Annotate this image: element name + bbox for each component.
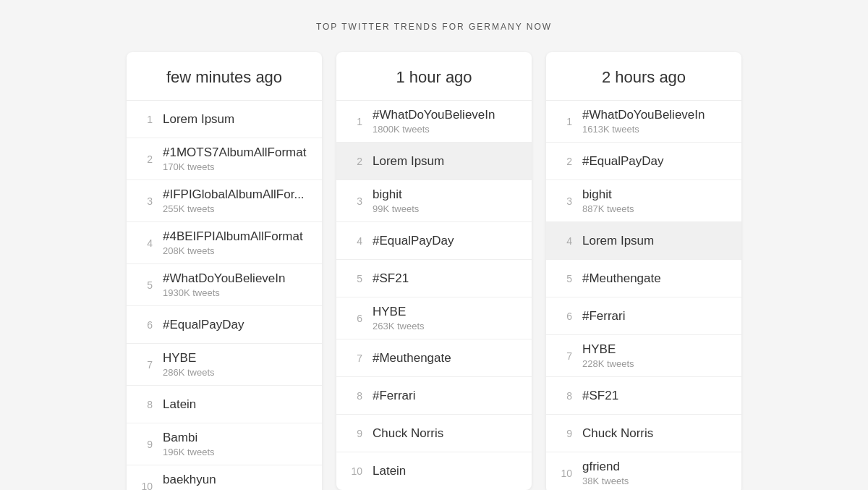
trend-name: #WhatDoYouBelieveIn: [373, 108, 495, 122]
trend-count: 1800K tweets: [373, 124, 495, 135]
trend-item: 7HYBE286K tweets: [127, 344, 322, 386]
trend-count: 196K tweets: [163, 447, 215, 457]
trend-name: #EqualPayDay: [373, 234, 454, 248]
trend-name: #EqualPayDay: [582, 154, 663, 169]
trend-count: 38K tweets: [582, 476, 629, 486]
trend-name: Lorem Ipsum: [582, 234, 654, 248]
trend-name: Lorem Ipsum: [163, 112, 234, 127]
trend-rank: 5: [137, 279, 153, 291]
trend-name: #Ferrari: [373, 389, 416, 403]
trend-name: HYBE: [373, 305, 425, 319]
trend-info: Bambi196K tweets: [163, 431, 215, 457]
trend-info: Lorem Ipsum: [582, 234, 654, 248]
trend-count: 170K tweets: [163, 161, 306, 172]
trend-name: Chuck Norris: [373, 426, 443, 441]
trend-rank: 8: [137, 399, 153, 410]
trend-item: 10Latein: [336, 452, 532, 490]
trend-name: Bambi: [163, 431, 215, 445]
column-1: few minutes ago1Lorem Ipsum2#1MOTS7Album…: [127, 52, 322, 490]
trend-rank: 10: [346, 465, 362, 477]
trend-info: baekhyun449K tweets: [163, 473, 216, 490]
trend-name: #Meuthengate: [582, 271, 661, 286]
trend-item: 8Latein: [127, 386, 322, 423]
trend-rank: 4: [556, 235, 572, 247]
trend-item: 3bighit887K tweets: [546, 180, 741, 222]
trend-count: 228K tweets: [582, 358, 634, 369]
trend-info: Chuck Norris: [373, 426, 443, 441]
trend-count: 286K tweets: [163, 367, 215, 378]
trend-item: 8#SF21: [546, 377, 741, 415]
trend-rank: 3: [556, 195, 572, 207]
trend-item: 9Bambi196K tweets: [127, 423, 322, 465]
trend-name: HYBE: [582, 342, 634, 357]
trend-info: #EqualPayDay: [582, 154, 663, 169]
trend-name: #EqualPayDay: [163, 318, 244, 332]
trend-info: #WhatDoYouBelieveIn1800K tweets: [373, 108, 495, 135]
trend-name: #4BEIFPIAlbumAllFormat: [163, 229, 303, 244]
trend-rank: 2: [137, 153, 153, 165]
trend-rank: 10: [556, 468, 572, 479]
trend-name: #SF21: [582, 389, 618, 403]
trend-info: #4BEIFPIAlbumAllFormat208K tweets: [163, 229, 303, 256]
trend-item: 5#SF21: [336, 260, 532, 297]
trend-name: #1MOTS7AlbumAllFormat: [163, 145, 306, 160]
trend-item: 1#WhatDoYouBelieveIn1613K tweets: [546, 101, 741, 143]
trend-item: 6HYBE263K tweets: [336, 297, 532, 339]
trend-item: 1#WhatDoYouBelieveIn1800K tweets: [336, 101, 532, 143]
trend-count: 263K tweets: [373, 321, 425, 331]
trend-item: 4Lorem Ipsum: [546, 222, 741, 260]
trend-item: 3bighit99K tweets: [336, 180, 532, 222]
column-2: 1 hour ago1#WhatDoYouBelieveIn1800K twee…: [336, 52, 532, 490]
trend-rank: 7: [556, 350, 572, 362]
trend-rank: 5: [346, 273, 362, 284]
trend-name: #WhatDoYouBelieveIn: [163, 271, 286, 286]
trend-info: gfriend38K tweets: [582, 460, 629, 486]
trend-info: Lorem Ipsum: [373, 154, 444, 169]
trend-info: Latein: [373, 464, 406, 478]
trend-info: #SF21: [582, 389, 618, 403]
trend-item: 4#EqualPayDay: [336, 222, 532, 260]
trend-name: Lorem Ipsum: [373, 154, 444, 169]
trend-rank: 9: [556, 428, 572, 439]
trend-name: Latein: [373, 464, 406, 478]
trend-rank: 8: [556, 390, 572, 402]
trend-info: #Ferrari: [582, 309, 626, 324]
trend-item: 4#4BEIFPIAlbumAllFormat208K tweets: [127, 222, 322, 264]
trend-name: Chuck Norris: [582, 426, 653, 441]
trend-info: Chuck Norris: [582, 426, 653, 441]
column-3: 2 hours ago1#WhatDoYouBelieveIn1613K twe…: [546, 52, 741, 490]
trend-rank: 3: [346, 195, 362, 207]
trend-rank: 1: [137, 114, 153, 125]
trend-item: 9Chuck Norris: [336, 415, 532, 452]
trend-rank: 10: [137, 481, 153, 491]
trend-info: #IFPIGlobalAlbumAllFor...255K tweets: [163, 187, 305, 214]
trend-info: #WhatDoYouBelieveIn1613K tweets: [582, 108, 705, 135]
trend-rank: 6: [346, 313, 362, 324]
trend-info: HYBE228K tweets: [582, 342, 634, 369]
trend-info: #EqualPayDay: [163, 318, 244, 332]
trend-rank: 7: [346, 352, 362, 364]
trend-info: #EqualPayDay: [373, 234, 454, 248]
trend-item: 6#Ferrari: [546, 297, 741, 335]
trend-rank: 5: [556, 273, 572, 284]
trend-info: bighit99K tweets: [373, 187, 419, 214]
trend-name: baekhyun: [163, 473, 216, 487]
trend-info: #1MOTS7AlbumAllFormat170K tweets: [163, 145, 306, 172]
trend-info: Lorem Ipsum: [163, 112, 234, 127]
trend-item: 2#EqualPayDay: [546, 143, 741, 180]
trend-name: #WhatDoYouBelieveIn: [582, 108, 705, 122]
trend-rank: 2: [556, 156, 572, 167]
trend-rank: 6: [137, 319, 153, 331]
trend-item: 6#EqualPayDay: [127, 306, 322, 344]
trend-rank: 9: [346, 428, 362, 439]
trend-count: 887K tweets: [582, 203, 634, 214]
trend-name: Latein: [163, 397, 196, 412]
trend-rank: 9: [137, 439, 153, 450]
trend-rank: 2: [346, 156, 362, 167]
trend-count: 1613K tweets: [582, 124, 705, 135]
trend-count: 1930K tweets: [163, 287, 286, 298]
trend-item: 7HYBE228K tweets: [546, 335, 741, 377]
trend-info: Latein: [163, 397, 196, 412]
trend-name: #Meuthengate: [373, 351, 451, 366]
trend-rank: 4: [137, 237, 153, 249]
